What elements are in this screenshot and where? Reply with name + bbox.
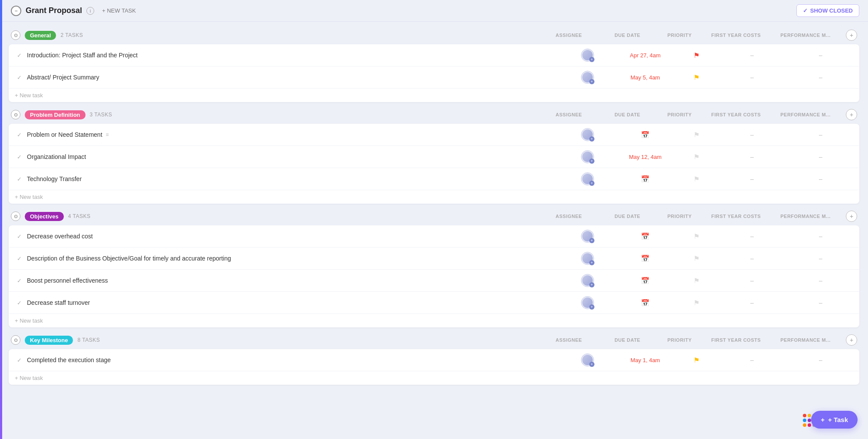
task-check-icon[interactable]: ✓ <box>15 276 23 285</box>
table-row[interactable]: ✓Abstract/ Project Summary + May 5, 4am⚑… <box>9 66 859 89</box>
task-due-date[interactable]: 📅 <box>617 131 673 139</box>
add-assignee-icon[interactable]: + <box>589 304 594 310</box>
task-check-icon[interactable]: ✓ <box>15 152 23 161</box>
task-check-icon[interactable]: ✓ <box>15 298 23 307</box>
task-assignee[interactable]: + <box>561 49 614 62</box>
task-due-date[interactable]: May 12, 4am <box>617 154 673 160</box>
add-assignee-icon[interactable]: + <box>589 158 594 164</box>
task-due-date[interactable]: May 1, 4am <box>617 357 673 363</box>
col-header-due-date-problem-definition: DUE DATE <box>599 112 656 117</box>
task-check-icon[interactable]: ✓ <box>15 232 23 241</box>
task-assignee[interactable]: + <box>561 128 614 141</box>
add-assignee-icon[interactable]: + <box>589 181 594 186</box>
add-assignee-icon[interactable]: + <box>589 57 594 62</box>
table-row[interactable]: ✓Technology Transfer + 📅⚑–– <box>9 168 859 190</box>
show-closed-button[interactable]: ✓ SHOW CLOSED <box>796 4 859 17</box>
avatar[interactable]: + <box>581 49 594 62</box>
col-header-first-year-costs-objectives: FIRST YEAR COSTS <box>703 214 769 219</box>
task-due-date[interactable]: May 5, 4am <box>617 74 673 81</box>
avatar[interactable]: + <box>581 274 594 287</box>
add-assignee-icon[interactable]: + <box>589 260 594 265</box>
priority-flag-icon: ⚑ <box>693 131 700 139</box>
collapse-section-general[interactable]: ⊙ <box>11 30 20 40</box>
table-row[interactable]: ✓Organizational Impact + May 12, 4am⚑–– <box>9 146 859 168</box>
add-assignee-icon[interactable]: + <box>589 79 594 84</box>
collapse-section-key-milestone[interactable]: ⊙ <box>11 335 20 345</box>
task-assignee[interactable]: + <box>561 230 614 243</box>
new-task-row[interactable]: + New task <box>9 314 859 327</box>
avatar[interactable]: + <box>581 128 594 141</box>
task-check-icon[interactable]: ✓ <box>15 130 23 139</box>
add-assignee-icon[interactable]: + <box>589 238 594 243</box>
col-header-assignee-problem-definition: ASSIGNEE <box>543 112 595 117</box>
section-badge-key-milestone[interactable]: Key Milestone <box>25 336 73 345</box>
avatar[interactable]: + <box>581 296 594 309</box>
task-assignee[interactable]: + <box>561 71 614 84</box>
col-header-priority-objectives: PRIORITY <box>660 214 699 219</box>
add-column-btn-objectives[interactable]: + <box>846 211 857 222</box>
section-badge-problem-definition[interactable]: Problem Definition <box>25 110 86 119</box>
float-task-button[interactable]: + + Task <box>811 411 858 429</box>
task-priority[interactable]: ⚑ <box>677 153 716 161</box>
add-column-btn-general[interactable]: + <box>846 30 857 41</box>
task-assignee[interactable]: + <box>561 252 614 265</box>
table-row[interactable]: ✓Introduction: Project Staff and the Pro… <box>9 44 859 66</box>
add-column-btn-problem-definition[interactable]: + <box>846 109 857 120</box>
task-priority[interactable]: ⚑ <box>677 232 716 241</box>
task-priority[interactable]: ⚑ <box>677 299 716 307</box>
table-row[interactable]: ✓Description of the Business Objective/G… <box>9 248 859 270</box>
task-check-icon[interactable]: ✓ <box>15 254 23 263</box>
col-header-performance-m...-objectives: PERFORMANCE M... <box>773 214 838 219</box>
table-row[interactable]: ✓Problem or Need Statement≡ + 📅⚑–– <box>9 124 859 146</box>
task-due-date[interactable]: Apr 27, 4am <box>617 52 673 59</box>
task-due-date[interactable]: 📅 <box>617 232 673 241</box>
task-assignee[interactable]: + <box>561 150 614 163</box>
add-assignee-icon[interactable]: + <box>589 362 594 367</box>
task-performance-metric: – <box>788 153 853 160</box>
avatar[interactable]: + <box>581 71 594 84</box>
add-assignee-icon[interactable]: + <box>589 136 594 142</box>
task-due-date[interactable]: 📅 <box>617 277 673 285</box>
table-row[interactable]: ✓Decrease overhead cost + 📅⚑–– <box>9 225 859 248</box>
task-priority[interactable]: ⚑ <box>677 277 716 285</box>
add-assignee-icon[interactable]: + <box>589 282 594 287</box>
table-row[interactable]: ✓Decrease staff turnover + 📅⚑–– <box>9 292 859 314</box>
collapse-section-objectives[interactable]: ⊙ <box>11 211 20 221</box>
task-assignee[interactable]: + <box>561 274 614 287</box>
task-priority[interactable]: ⚑ <box>677 73 716 82</box>
task-due-date[interactable]: 📅 <box>617 299 673 307</box>
task-priority[interactable]: ⚑ <box>677 175 716 183</box>
collapse-section-problem-definition[interactable]: ⊙ <box>11 110 20 119</box>
task-due-date[interactable]: 📅 <box>617 175 673 183</box>
table-row[interactable]: ✓Boost personnel effectiveness + 📅⚑–– <box>9 270 859 292</box>
new-task-button[interactable]: + NEW TASK <box>99 6 139 16</box>
task-check-icon[interactable]: ✓ <box>15 356 23 364</box>
task-priority[interactable]: ⚑ <box>677 131 716 139</box>
task-check-icon[interactable]: ✓ <box>15 175 23 183</box>
avatar[interactable]: + <box>581 230 594 243</box>
task-assignee[interactable]: + <box>561 172 614 185</box>
add-column-btn-key-milestone[interactable]: + <box>846 334 857 346</box>
avatar[interactable]: + <box>581 353 594 366</box>
task-check-icon[interactable]: ✓ <box>15 51 23 59</box>
task-priority[interactable]: ⚑ <box>677 51 716 59</box>
task-priority[interactable]: ⚑ <box>677 254 716 263</box>
avatar[interactable]: + <box>581 252 594 265</box>
section-badge-objectives[interactable]: Objectives <box>25 212 64 221</box>
new-task-row[interactable]: + New task <box>9 190 859 204</box>
task-assignee[interactable]: + <box>561 353 614 366</box>
new-task-row[interactable]: + New task <box>9 89 859 102</box>
avatar[interactable]: + <box>581 172 594 185</box>
avatar[interactable]: + <box>581 150 594 163</box>
task-check-icon[interactable]: ✓ <box>15 73 23 82</box>
task-assignee[interactable]: + <box>561 296 614 309</box>
task-priority[interactable]: ⚑ <box>677 356 716 364</box>
task-due-date[interactable]: 📅 <box>617 254 673 263</box>
task-name: Completed the execution stage <box>27 356 558 363</box>
section-badge-general[interactable]: General <box>25 31 56 40</box>
task-name: Boost personnel effectiveness <box>27 277 558 284</box>
new-task-row[interactable]: + New task <box>9 371 859 385</box>
collapse-project-btn[interactable]: − <box>11 6 21 16</box>
table-row[interactable]: ✓Completed the execution stage + May 1, … <box>9 349 859 371</box>
info-icon[interactable]: i <box>86 7 94 15</box>
